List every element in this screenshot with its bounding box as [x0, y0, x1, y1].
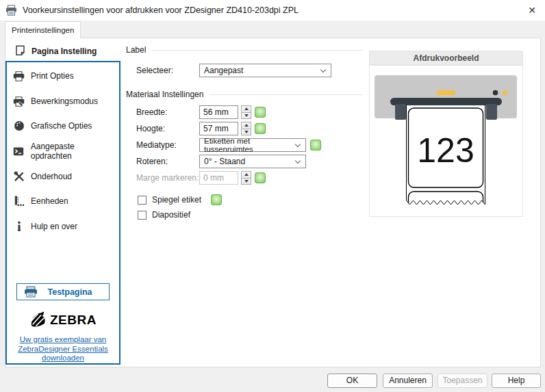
printer-status-light	[437, 90, 455, 95]
media-type-value: Etiketten met tussenruimtes	[204, 137, 292, 153]
rotate-row: Roteren: 0° - Staand	[136, 155, 306, 168]
printing-preferences-dialog: Voorkeursinstellingen voor afdrukken voo…	[0, 0, 545, 392]
sidebar-item-hulp-en-over[interactable]: Hulp en over	[7, 218, 116, 235]
height-row: Hoogte:	[136, 122, 266, 135]
green-indicator-button[interactable]	[255, 172, 266, 183]
material-group-title: Materiaal Instellingen	[126, 90, 203, 99]
download-link-line-1[interactable]: Uw gratis exemplaar van	[20, 335, 107, 343]
sidebar-nav-box: Print Opties Bewerkingsmodus	[5, 61, 121, 365]
width-label: Breedte:	[136, 107, 199, 117]
download-link: Uw gratis exemplaar van ZebraDesigner Es…	[7, 335, 119, 363]
width-row: Breedte:	[136, 105, 266, 119]
rotate-value: 0° - Staand	[204, 157, 245, 166]
negative-label-text: Diapositief	[152, 210, 190, 220]
title-bar: Voorkeursinstellingen voor afdrukken voo…	[0, 0, 545, 21]
sidebar-item-bewerkingsmodus[interactable]: Bewerkingsmodus	[7, 93, 116, 109]
height-stepper	[241, 122, 251, 135]
page-icon	[14, 45, 26, 58]
sidebar-item-label: Aangepaste opdrachten	[31, 142, 116, 161]
help-button[interactable]: Help	[492, 374, 541, 388]
stepper-up-icon[interactable]	[241, 105, 251, 113]
info-icon	[13, 221, 25, 232]
download-link-line-2[interactable]: ZebraDesigner Essentials	[18, 345, 108, 353]
sidebar-item-aangepaste-opdrachten[interactable]: Aangepaste opdrachten	[7, 143, 116, 159]
label-group-title: Label	[126, 45, 146, 55]
group-divider	[209, 94, 363, 95]
sidebar-item-pagina-instelling[interactable]: Pagina Instelling	[7, 43, 119, 60]
close-icon[interactable]: ✕	[519, 0, 545, 21]
apply-button[interactable]: Toepassen	[438, 374, 487, 388]
green-indicator-button[interactable]	[211, 194, 222, 205]
sidebar-item-label: Hulp en over	[31, 222, 77, 231]
printer-button-dark	[493, 90, 498, 96]
tab-printerinstellingen[interactable]: Printerinstellingen	[5, 21, 81, 38]
printer-icon	[5, 5, 17, 16]
stepper-up-icon[interactable]	[241, 122, 251, 129]
console-icon	[13, 146, 25, 157]
stepper-down-icon[interactable]	[241, 113, 251, 120]
zebra-brand: ZEBRA	[7, 311, 119, 330]
label-preview-text: 123	[417, 131, 474, 170]
zebra-logo-icon	[29, 311, 47, 330]
test-page-label: Testpagina	[38, 287, 102, 297]
media-type-dropdown[interactable]: Etiketten met tussenruimtes	[199, 138, 306, 152]
tab-page: Pagina Instelling Print Opties	[5, 38, 541, 367]
label-second	[409, 192, 483, 215]
ruler-icon	[13, 196, 25, 207]
mirror-label-checkbox[interactable]	[138, 196, 147, 205]
sidebar-item-eenheden[interactable]: Eenheden	[7, 193, 116, 209]
print-preview-box: 123	[369, 65, 523, 217]
stepper-up-icon[interactable]	[241, 171, 251, 179]
height-label: Hoogte:	[136, 124, 199, 133]
green-indicator-button[interactable]	[255, 107, 266, 118]
sidebar-item-label: Bewerkingsmodus	[31, 96, 98, 106]
sidebar-item-label: Eenheden	[31, 196, 68, 206]
select-label: Selecteer:	[136, 66, 199, 75]
material-group-header: Materiaal Instellingen	[126, 90, 363, 99]
tools-icon	[13, 171, 25, 182]
sidebar-item-label: Print Opties	[31, 71, 74, 81]
media-type-row: Mediatype: Etiketten met tussenruimtes	[136, 138, 321, 152]
width-input[interactable]	[199, 105, 238, 119]
ok-button[interactable]: OK	[327, 374, 377, 388]
test-page-button[interactable]: Testpagina	[16, 283, 110, 300]
print-preview-title: Afdrukvoorbeeld	[369, 51, 523, 65]
sidebar-item-label: Pagina Instelling	[31, 47, 97, 56]
mirror-label-row: Spiegel etiket	[138, 193, 222, 207]
label-select-dropdown[interactable]: Aangepast	[199, 64, 331, 77]
sidebar-item-label: Onderhoud	[31, 172, 72, 181]
mark-margin-input[interactable]	[199, 171, 238, 185]
chevron-down-icon	[295, 142, 301, 147]
printer-button-yellow	[503, 90, 507, 95]
mark-margin-label: Marge markeren:	[136, 173, 199, 183]
download-link-line-3[interactable]: downloaden	[42, 354, 84, 362]
width-stepper	[241, 105, 251, 119]
printer-slot-left-leg	[395, 104, 406, 120]
graphics-ball-icon	[13, 120, 25, 131]
cancel-button[interactable]: Annuleren	[383, 374, 433, 388]
mirror-label-text: Spiegel etiket	[152, 195, 201, 205]
mark-margin-stepper	[241, 171, 251, 185]
printer-slot-right-leg	[486, 104, 497, 120]
green-indicator-button[interactable]	[255, 123, 266, 134]
sidebar-item-label: Grafische Opties	[31, 121, 92, 131]
negative-row: Diapositief	[138, 208, 190, 222]
height-input[interactable]	[199, 122, 238, 135]
printer-icon	[13, 71, 25, 81]
printer-slot	[390, 98, 502, 105]
stepper-down-icon[interactable]	[241, 179, 251, 185]
chevron-down-icon	[320, 67, 326, 73]
label-group-header: Label	[126, 45, 363, 55]
group-divider	[151, 50, 363, 51]
rotate-label: Roteren:	[136, 157, 199, 166]
green-indicator-button[interactable]	[310, 140, 321, 151]
sidebar-item-onderhoud[interactable]: Onderhoud	[7, 168, 116, 185]
stepper-down-icon[interactable]	[241, 129, 251, 136]
select-row: Selecteer: Aangepast	[136, 64, 331, 77]
media-type-label: Mediatype:	[136, 140, 199, 150]
printer-preview-graphic: 123	[370, 66, 522, 216]
rotate-dropdown[interactable]: 0° - Staand	[199, 155, 306, 168]
sidebar-item-grafische-opties[interactable]: Grafische Opties	[7, 118, 116, 134]
negative-checkbox[interactable]	[138, 211, 147, 220]
sidebar-item-print-opties[interactable]: Print Opties	[7, 68, 116, 84]
